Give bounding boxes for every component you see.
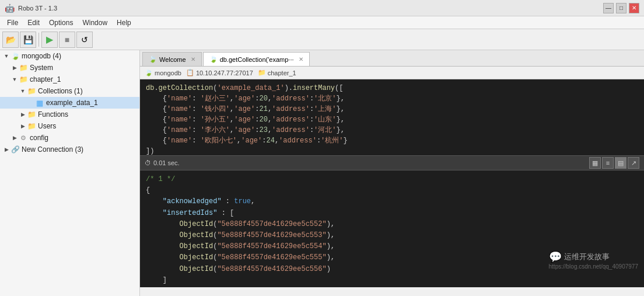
connection-name: mongodb bbox=[155, 69, 181, 76]
result-time-value: 0.01 sec. bbox=[153, 159, 180, 166]
result-time: ⏱ 0.01 sec. bbox=[145, 159, 180, 166]
main-layout: ▼ 🍃 mongodb (4) ▶ 📁 System ▼ 📁 chapter_1… bbox=[0, 50, 644, 296]
tree-chapter1[interactable]: ▼ 📁 chapter_1 bbox=[0, 74, 139, 85]
chevron-icon: ▶ bbox=[19, 110, 27, 119]
menu-help[interactable]: Help bbox=[112, 18, 136, 28]
system-label: System bbox=[30, 64, 53, 72]
wechat-icon: 💬 bbox=[549, 250, 562, 263]
chevron-icon: ▼ bbox=[19, 87, 27, 95]
tab-welcome[interactable]: 🍃 Welcome ✕ bbox=[142, 52, 202, 66]
functions-label: Functions bbox=[38, 110, 68, 119]
folder-icon: 📁 bbox=[27, 86, 36, 96]
collection-icon: ▦ bbox=[35, 98, 44, 107]
database-info: 📁 chapter_1 bbox=[258, 69, 296, 76]
tab-icon: 🍃 bbox=[209, 55, 218, 63]
result-area[interactable]: /* 1 */ { "acknowledged" : true, "insert… bbox=[140, 170, 644, 287]
toolbar-separator-1 bbox=[38, 33, 39, 47]
folder-icon: 📁 bbox=[27, 110, 36, 119]
chevron-icon: ▼ bbox=[10, 75, 19, 83]
folder-icon: 📁 bbox=[19, 63, 28, 72]
tab-close-button[interactable]: ✕ bbox=[191, 56, 195, 62]
result-view-table[interactable]: ▦ bbox=[589, 157, 601, 169]
chevron-icon: ▶ bbox=[2, 145, 10, 154]
tab-label: Welcome bbox=[159, 56, 186, 63]
host-icon: 📋 bbox=[186, 69, 194, 76]
watermark: 💬 运维开发故事 https://blog.csdn.net/qq_409079… bbox=[549, 250, 638, 270]
tree-mongodb[interactable]: ▼ 🍃 mongodb (4) bbox=[0, 50, 139, 62]
chevron-icon: ▶ bbox=[19, 122, 27, 130]
tree-example-data-1[interactable]: ▦ example_data_1 bbox=[0, 97, 139, 109]
host-info: 📋 10.10.247.77:27017 bbox=[186, 69, 253, 76]
menu-edit[interactable]: Edit bbox=[23, 18, 44, 28]
title-bar: 🤖 Robo 3T - 1.3 — □ ✕ bbox=[0, 0, 644, 16]
mongodb-label: mongodb (4) bbox=[22, 52, 61, 60]
minimize-button[interactable]: — bbox=[603, 3, 614, 13]
tree-system[interactable]: ▶ 📁 System bbox=[0, 62, 139, 74]
window-controls: — □ ✕ bbox=[603, 3, 639, 13]
connection-icon: 🔗 bbox=[10, 145, 20, 154]
tree-config[interactable]: ▶ ⚙ config bbox=[0, 132, 139, 144]
watermark-url: https://blog.csdn.net/qq_40907977 bbox=[549, 263, 638, 270]
sidebar: ▼ 🍃 mongodb (4) ▶ 📁 System ▼ 📁 chapter_1… bbox=[0, 50, 140, 296]
result-content: /* 1 */ { "acknowledged" : true, "insert… bbox=[140, 170, 644, 287]
app-title: Robo 3T - 1.3 bbox=[18, 5, 600, 12]
chevron-icon: ▼ bbox=[2, 52, 10, 60]
app-icon: 🤖 bbox=[5, 4, 15, 13]
folder-icon: 📁 bbox=[27, 121, 36, 131]
menu-window[interactable]: Window bbox=[78, 18, 112, 28]
tab-query[interactable]: 🍃 db.getCollection('examp··· ✕ bbox=[203, 52, 310, 66]
tree-new-connection[interactable]: ▶ 🔗 New Connection (3) bbox=[0, 144, 139, 155]
menu-bar: File Edit Options Window Help bbox=[0, 16, 644, 29]
result-view-text[interactable]: ▤ bbox=[615, 157, 626, 169]
users-label: Users bbox=[38, 122, 56, 130]
example-data-label: example_data_1 bbox=[46, 99, 98, 107]
maximize-button[interactable]: □ bbox=[616, 3, 626, 13]
watermark-brand: 💬 运维开发故事 bbox=[549, 250, 638, 263]
connection-info: 🍃 mongodb bbox=[145, 69, 181, 76]
toolbar-stop-button[interactable]: ■ bbox=[59, 32, 75, 48]
save-icon: 💾 bbox=[23, 35, 33, 44]
chevron-icon: ▶ bbox=[10, 64, 19, 72]
chapter1-label: chapter_1 bbox=[30, 75, 61, 83]
close-button[interactable]: ✕ bbox=[629, 3, 639, 13]
menu-options[interactable]: Options bbox=[44, 18, 78, 28]
mongodb-icon: 🍃 bbox=[10, 51, 20, 61]
tab-bar: 🍃 Welcome ✕ 🍃 db.getCollection('examp···… bbox=[140, 50, 644, 67]
chevron-icon: ▶ bbox=[10, 134, 19, 142]
db-icon: 🍃 bbox=[145, 69, 153, 76]
clock-icon: ⏱ bbox=[145, 159, 151, 166]
connection-bar: 🍃 mongodb 📋 10.10.247.77:27017 📁 chapter… bbox=[140, 67, 644, 79]
database-label: chapter_1 bbox=[268, 69, 296, 76]
tree-collections[interactable]: ▼ 📁 Collections (1) bbox=[0, 85, 139, 97]
tab-close-button[interactable]: ✕ bbox=[299, 56, 303, 62]
menu-file[interactable]: File bbox=[2, 18, 23, 28]
db-folder-icon: 📁 bbox=[258, 69, 266, 76]
tree-functions[interactable]: ▶ 📁 Functions bbox=[0, 109, 139, 120]
result-export[interactable]: ↗ bbox=[628, 157, 639, 169]
tree-users[interactable]: ▶ 📁 Users bbox=[0, 120, 139, 132]
tab-icon: 🍃 bbox=[149, 55, 157, 63]
editor-area[interactable]: db.getCollection('example_data_1').inser… bbox=[140, 79, 644, 155]
toolbar-refresh-button[interactable]: ↺ bbox=[76, 32, 93, 48]
config-icon: ⚙ bbox=[19, 133, 28, 142]
new-connection-label: New Connection (3) bbox=[22, 145, 83, 154]
toolbar-run-button[interactable]: ▶ bbox=[41, 32, 58, 48]
folder-icon: 📁 bbox=[19, 75, 28, 84]
result-view-tree[interactable]: ≡ bbox=[602, 157, 614, 169]
result-bar: ⏱ 0.01 sec. ▦ ≡ ▤ ↗ bbox=[140, 155, 644, 170]
result-actions: ▦ ≡ ▤ ↗ bbox=[589, 157, 639, 169]
right-panel: 🍃 Welcome ✕ 🍃 db.getCollection('examp···… bbox=[140, 50, 644, 296]
editor-content: db.getCollection('example_data_1').inser… bbox=[140, 79, 644, 155]
tab-label: db.getCollection('examp··· bbox=[220, 56, 294, 63]
toolbar-open-button[interactable]: 📂 bbox=[2, 32, 19, 48]
collections-label: Collections (1) bbox=[38, 87, 83, 95]
toolbar: 📂 💾 ▶ ■ ↺ bbox=[0, 29, 644, 50]
config-label: config bbox=[30, 134, 48, 142]
host-label: 10.10.247.77:27017 bbox=[196, 69, 253, 76]
toolbar-save-button[interactable]: 💾 bbox=[20, 32, 36, 48]
chevron-icon bbox=[27, 99, 35, 107]
watermark-label: 运维开发故事 bbox=[564, 252, 610, 262]
open-icon: 📂 bbox=[6, 35, 16, 44]
